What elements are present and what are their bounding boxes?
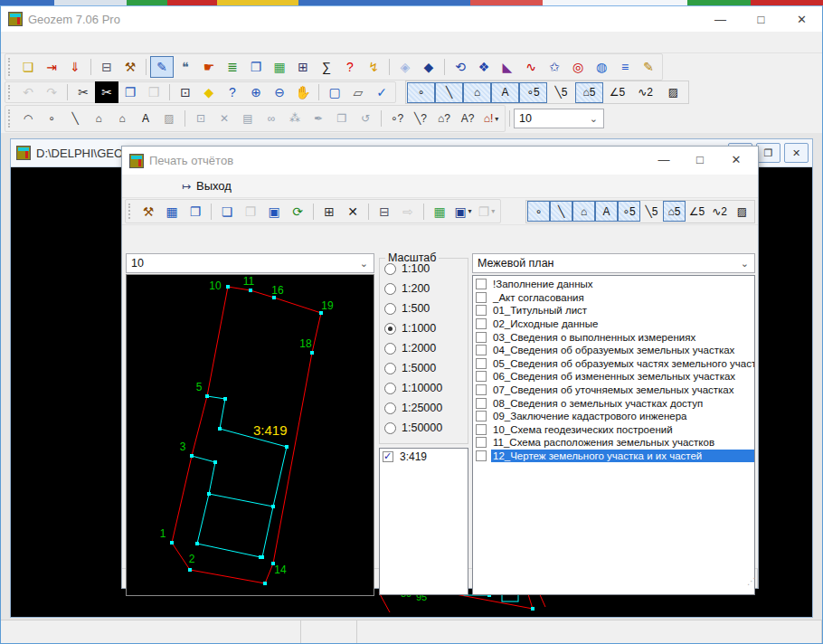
draw-point-icon[interactable]: ∘ (40, 108, 63, 129)
report-checkbox[interactable] (476, 450, 487, 461)
copy-report-icon[interactable]: ❐ (475, 201, 498, 223)
chevron-down-icon[interactable]: ⌄ (735, 258, 754, 270)
list-icon[interactable]: ≡ (613, 56, 637, 78)
print-report-icon[interactable]: ⊟ (373, 201, 396, 223)
show-raster-toggle[interactable]: ▨ (731, 201, 753, 222)
show-points-toggle[interactable]: ∘ (527, 201, 550, 222)
report-checkbox[interactable] (476, 332, 487, 343)
show-point-labels-toggle[interactable]: ∘5 (519, 82, 547, 103)
dialog-close-button[interactable]: ✕ (718, 147, 754, 172)
report-row[interactable]: 02_Исходные данные (473, 317, 754, 331)
target-icon[interactable]: ◎ (566, 56, 590, 78)
open-report-icon[interactable]: ⇥ (40, 56, 63, 78)
table-edit-icon[interactable]: ▦ (160, 201, 184, 223)
parcel-checkbox[interactable] (383, 451, 393, 462)
angle-icon[interactable]: ◣ (496, 56, 519, 78)
show-texts-toggle[interactable]: A (491, 82, 519, 103)
polyline-icon[interactable]: ∿ (519, 56, 543, 78)
show-lines-toggle[interactable]: ╲ (435, 82, 463, 103)
report-row[interactable]: 03_Сведения о выполненных измерениях (473, 330, 754, 344)
flag-select-icon[interactable]: ⊡ (189, 108, 213, 129)
report-checkbox[interactable] (476, 358, 487, 369)
delete-object-icon[interactable]: ✕ (213, 108, 236, 129)
scale-radio-option[interactable]: 1:500 (380, 298, 468, 318)
comment-icon[interactable]: ❝ (174, 56, 197, 78)
pan-icon[interactable]: ✋ (291, 81, 315, 103)
dialog-menu-item[interactable] (140, 184, 156, 189)
show-polygon-labels-toggle[interactable]: ⌂5 (575, 82, 603, 103)
rotate-icon[interactable]: ⟲ (449, 56, 472, 78)
add-table-icon[interactable]: ⊞ (317, 201, 341, 223)
pages-icon[interactable]: ⊡ (174, 81, 197, 103)
draw-polygon-icon[interactable]: ⌂ (87, 108, 110, 129)
new-report-icon[interactable]: ❏ (16, 56, 40, 78)
preview-all-icon[interactable]: ❐ (239, 201, 262, 223)
print-export-icon[interactable]: ⇨ (396, 201, 420, 223)
point-info-icon[interactable]: ∘? (385, 108, 409, 129)
report-row[interactable]: 10_Схема геодезических построений (473, 423, 754, 437)
show-line-labels-toggle[interactable]: ╲5 (640, 201, 663, 222)
maximize-button[interactable]: □ (741, 6, 781, 32)
globe-icon[interactable]: ◍ (590, 56, 613, 78)
close-button[interactable]: ✕ (781, 6, 822, 32)
scale-radio-option[interactable]: 1:10000 (380, 378, 468, 398)
report-row[interactable]: !Заполнение данных (473, 278, 754, 291)
arc-object-icon[interactable]: ◠ (16, 108, 40, 129)
main-titlebar[interactable]: Geozem 7.06 Pro — □ ✕ (1, 6, 822, 32)
show-polyline-labels-toggle[interactable]: ∿2 (708, 201, 731, 222)
show-angle-labels-toggle[interactable]: ∠5 (603, 82, 631, 103)
edit-report-icon[interactable]: ✎ (150, 56, 174, 78)
show-points-toggle[interactable]: ∘ (407, 82, 435, 103)
scale-radio-option[interactable]: 1:5000 (380, 358, 468, 378)
menu-item[interactable] (21, 40, 37, 45)
preview-icon[interactable]: ❏ (215, 201, 239, 223)
image-icon[interactable]: ▦ (268, 56, 291, 78)
show-polygon-labels-toggle[interactable]: ⌂5 (663, 201, 686, 222)
polygon-info-icon[interactable]: ⌂? (432, 108, 456, 129)
verify-icon[interactable]: ✓ (370, 81, 393, 103)
help-icon[interactable]: ? (338, 56, 362, 78)
report-row[interactable]: 06_Сведения об измененных земельных учас… (473, 370, 754, 384)
draw-parcel-icon[interactable]: ⌂ (110, 108, 134, 129)
delete-report-icon[interactable]: ✕ (341, 201, 364, 223)
polygon-alert-icon[interactable]: ⌂! (479, 108, 503, 129)
sum-icon[interactable]: ∑ (315, 56, 338, 78)
toolbar-grip[interactable] (128, 204, 133, 220)
select-rect-icon[interactable]: ▱ (346, 81, 370, 103)
doc-restore-button[interactable]: ❐ (756, 143, 780, 163)
report-checkbox[interactable] (476, 305, 487, 316)
parcel-row[interactable]: 3:419 (380, 449, 468, 463)
dialog-menu-item-exit[interactable]: Выход (194, 176, 240, 195)
show-lines-toggle[interactable]: ╲ (550, 201, 572, 222)
select-bounds-icon[interactable]: ▢ (323, 81, 346, 103)
draw-raster-icon[interactable]: ▨ (157, 108, 181, 129)
toolbar-grip[interactable] (8, 85, 13, 99)
layer-combobox[interactable]: 10 ⌄ (514, 109, 604, 128)
tools-icon[interactable]: ⚒ (118, 56, 142, 78)
menu-item[interactable] (86, 40, 102, 45)
save-report-icon[interactable]: ▣ (451, 201, 475, 223)
report-props-icon[interactable]: ❐ (184, 201, 207, 223)
show-point-labels-toggle[interactable]: ∘5 (618, 201, 640, 222)
scale-radio-option[interactable]: 1:25000 (380, 398, 468, 418)
show-line-labels-toggle[interactable]: ╲5 (547, 82, 575, 103)
erase-icon[interactable]: ◈ (393, 56, 417, 78)
book-icon[interactable]: ◆ (417, 56, 440, 78)
dialog-titlebar[interactable]: Печать отчётов — □ ✕ (122, 147, 758, 175)
show-angle-labels-toggle[interactable]: ∠5 (686, 201, 708, 222)
show-polygons-toggle[interactable]: ⌂ (463, 82, 491, 103)
transform-icon[interactable]: ❖ (472, 56, 496, 78)
report-checkbox[interactable] (476, 437, 487, 448)
dialog-minimize-button[interactable]: — (646, 147, 682, 172)
preview-window-icon[interactable]: ▣ (262, 201, 286, 223)
doc-close-button[interactable]: ✕ (784, 143, 809, 163)
paint-icon[interactable]: ✒ (307, 108, 330, 129)
minimize-button[interactable]: — (700, 6, 741, 32)
text-info-icon[interactable]: A? (456, 108, 479, 129)
scale-radio-option[interactable]: 1:1000 (380, 318, 468, 338)
chevron-down-icon[interactable]: ⌄ (584, 113, 603, 125)
object-list-icon[interactable]: ▤ (236, 108, 260, 129)
lightning-icon[interactable]: ↯ (362, 56, 385, 78)
toolbar-grip[interactable] (8, 109, 13, 128)
report-listbox[interactable]: !Заполнение данных _Акт согласования 01_… (472, 275, 755, 595)
